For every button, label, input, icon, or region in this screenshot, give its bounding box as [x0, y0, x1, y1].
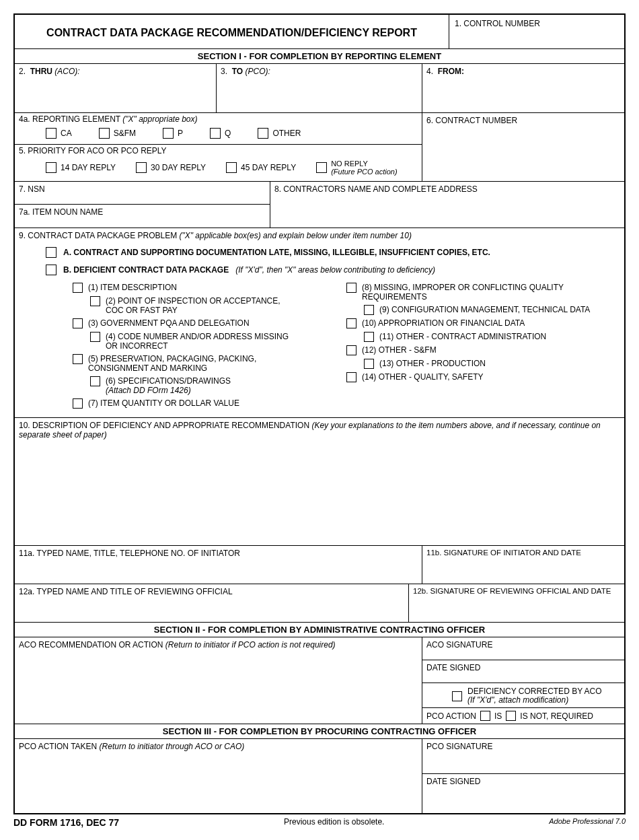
footer-software: Adobe Professional 7.0 [549, 817, 626, 828]
row-11: 11a. TYPED NAME, TITLE, TELEPHONE NO. OF… [15, 546, 624, 584]
box-2-thru[interactable]: 2. THRU (ACO): [15, 64, 217, 112]
aco-date-signed[interactable]: DATE SIGNED [422, 660, 624, 683]
box-9: 9. CONTRACT DATA PACKAGE PROBLEM ("X" ap… [15, 228, 624, 418]
form-title: CONTRACT DATA PACKAGE RECOMMENDATION/DEF… [15, 15, 449, 48]
checkbox-d6[interactable] [90, 376, 100, 386]
control-number-box: 1. CONTROL NUMBER [449, 15, 624, 48]
checkbox-aco-def[interactable] [452, 691, 462, 701]
box-7-nsn[interactable]: 7. NSN [15, 182, 270, 205]
checkbox-noreply[interactable] [316, 162, 327, 173]
pco-action-taken[interactable]: PCO ACTION TAKEN (Return to initiator th… [15, 739, 422, 813]
row-4a-5-6: 4a. REPORTING ELEMENT ("X" appropriate b… [15, 113, 624, 181]
checkbox-sfm[interactable] [99, 128, 110, 139]
checkbox-d12[interactable] [346, 345, 356, 355]
checkbox-ca[interactable] [46, 128, 57, 139]
box-10-description[interactable]: 10. DESCRIPTION OF DEFICIENCY AND APPROP… [15, 418, 624, 546]
checkbox-d10[interactable] [346, 318, 356, 328]
pco-action-required: PCO ACTION IS IS NOT, REQUIRED [422, 708, 624, 724]
footer-note: Previous edition is obsolete. [284, 817, 384, 828]
row-2-3-4: 2. THRU (ACO): 3. TO (PCO): 4. FROM: [15, 64, 624, 113]
box-11b[interactable]: 11b. SIGNATURE OF INITIATOR AND DATE [422, 546, 624, 584]
checkbox-d9[interactable] [364, 305, 374, 315]
box-5: 5. PRIORITY FOR ACO OR PCO REPLY 14 DAY … [15, 145, 422, 181]
row-12: 12a. TYPED NAME AND TITLE OF REVIEWING O… [15, 584, 624, 623]
pco-block: PCO ACTION TAKEN (Return to initiator th… [15, 739, 624, 813]
checkbox-9a[interactable] [46, 247, 57, 258]
pco-signature[interactable]: PCO SIGNATURE [422, 739, 624, 774]
box-3-to[interactable]: 3. TO (PCO): [217, 64, 422, 112]
box-12a[interactable]: 12a. TYPED NAME AND TITLE OF REVIEWING O… [15, 584, 409, 622]
form-number: DD FORM 1716, DEC 77 [13, 817, 119, 828]
form-container: CONTRACT DATA PACKAGE RECOMMENDATION/DEF… [13, 13, 626, 814]
section-2-header: SECTION II - FOR COMPLETION BY ADMINISTR… [15, 623, 624, 637]
row-7-8: 7. NSN 7a. ITEM NOUN NAME 8. CONTRACTORS… [15, 181, 624, 228]
checkbox-d4[interactable] [90, 332, 100, 342]
aco-block: ACO RECOMMENDATION OR ACTION (Return to … [15, 637, 624, 724]
checkbox-d7[interactable] [73, 398, 83, 409]
checkbox-pco-is[interactable] [480, 711, 490, 721]
checkbox-d5[interactable] [73, 354, 83, 364]
box-12b[interactable]: 12b. SIGNATURE OF REVIEWING OFFICIAL AND… [409, 584, 624, 622]
checkbox-45day[interactable] [226, 162, 237, 173]
form-footer: DD FORM 1716, DEC 77 Previous edition is… [13, 817, 626, 828]
checkbox-p[interactable] [163, 128, 174, 139]
pco-date-signed[interactable]: DATE SIGNED [422, 774, 624, 813]
box-8-contractor[interactable]: 8. CONTRACTORS NAME AND COMPLETE ADDRESS [270, 182, 624, 228]
box-11a[interactable]: 11a. TYPED NAME, TITLE, TELEPHONE NO. OF… [15, 546, 422, 584]
checkbox-q[interactable] [210, 128, 221, 139]
checkbox-d14[interactable] [346, 372, 356, 382]
checkbox-9b[interactable] [46, 265, 57, 275]
checkbox-d2[interactable] [90, 296, 100, 306]
box-4a: 4a. REPORTING ELEMENT ("X" appropriate b… [15, 113, 422, 145]
checkbox-pco-isnot[interactable] [506, 711, 516, 721]
checkbox-d11[interactable] [364, 332, 374, 342]
aco-recommendation[interactable]: ACO RECOMMENDATION OR ACTION (Return to … [15, 637, 422, 724]
header-row: CONTRACT DATA PACKAGE RECOMMENDATION/DEF… [15, 15, 624, 49]
checkbox-30day[interactable] [136, 162, 147, 173]
checkbox-d1[interactable] [73, 283, 83, 293]
aco-deficiency-corrected: DEFICIENCY CORRECTED BY ACO(If "X'd", at… [422, 683, 624, 708]
box-4-from[interactable]: 4. FROM: [422, 64, 624, 112]
checkbox-d8[interactable] [346, 283, 356, 293]
box-6[interactable]: 6. CONTRACT NUMBER [422, 113, 624, 181]
checkbox-d3[interactable] [73, 318, 83, 328]
box-7a-noun[interactable]: 7a. ITEM NOUN NAME [15, 205, 270, 228]
checkbox-d13[interactable] [364, 359, 374, 369]
checkbox-other[interactable] [258, 128, 268, 139]
checkbox-14day[interactable] [46, 162, 57, 173]
section-3-header: SECTION III - FOR COMPLETION BY PROCURIN… [15, 724, 624, 739]
aco-signature[interactable]: ACO SIGNATURE [422, 637, 624, 660]
section-1-header: SECTION I - FOR COMPLETION BY REPORTING … [15, 49, 624, 64]
